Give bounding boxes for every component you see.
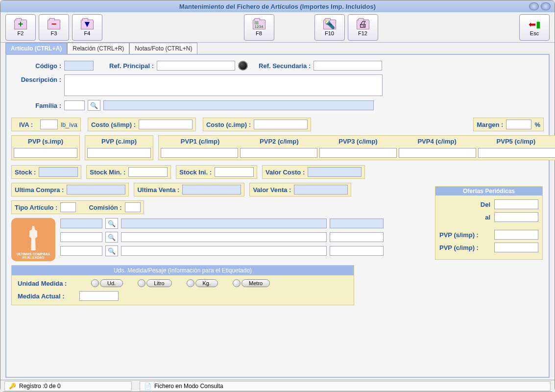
pvp5-input[interactable] [478, 148, 555, 158]
ref-indicator-dot[interactable] [238, 61, 248, 71]
tab-articulo[interactable]: Artículo (CTRL+A) [5, 43, 67, 54]
ofertas-al-input[interactable] [494, 212, 538, 222]
compra-row2-lookup[interactable]: 🔍 [105, 232, 118, 243]
compra-row1-val[interactable] [330, 219, 384, 228]
comision-label: Comisión : [89, 204, 121, 211]
f2-label: F2 [18, 30, 24, 36]
tab-relacion[interactable]: Relación (CTRL+R) [67, 43, 129, 54]
stock-min-group: Stock Min. : [86, 165, 171, 179]
compra-row3-val[interactable] [330, 246, 384, 256]
flashlight-icon: 🔦 [323, 19, 337, 30]
radio-metro[interactable]: Metro [233, 279, 270, 287]
radio-icon [187, 279, 194, 287]
radio-icon [233, 279, 241, 287]
margen-input[interactable] [506, 120, 531, 129]
f3-label: F3 [51, 30, 57, 36]
valor-costo-input[interactable] [308, 167, 362, 177]
pvp3-input[interactable] [319, 148, 397, 158]
descripcion-input[interactable] [64, 74, 383, 96]
radio-kg[interactable]: Kg. [187, 279, 218, 287]
ultima-venta-input[interactable] [182, 185, 241, 195]
compra-row1-desc[interactable] [121, 219, 327, 228]
ofertas-pvp-simp-input[interactable] [494, 230, 538, 240]
ref-principal-input[interactable] [157, 61, 235, 71]
compra-row2-code[interactable] [60, 232, 102, 242]
ref-secundaria-label: Ref. Secundaria : [259, 62, 311, 70]
costo-simp-input[interactable] [139, 120, 193, 129]
iva-input[interactable] [40, 120, 58, 129]
window-title: Mantenimiento del Fichero de Artículos (… [179, 3, 376, 10]
compra-row1-lookup[interactable]: 🔍 [105, 218, 118, 229]
medida-actual-label: Medida Actual : [18, 293, 76, 300]
valor-venta-label: Valor Venta : [253, 186, 291, 194]
costo-simp-group: Costo (s/imp) : [88, 118, 196, 131]
stock-min-input[interactable] [128, 167, 168, 177]
valor-costo-group: Valor Costo : [262, 165, 365, 179]
titlebar: Mantenimiento del Fichero de Artículos (… [0, 0, 555, 12]
iva-unit: lb_iva [61, 121, 77, 128]
ofertas-pvp-cimp-input[interactable] [494, 243, 538, 252]
ofertas-del-label: Del [481, 201, 490, 208]
stock-group: Stock : [11, 165, 81, 179]
comision-input[interactable] [125, 202, 141, 212]
compra-row3-lookup[interactable]: 🔍 [105, 245, 118, 256]
ref-secundaria-input[interactable] [314, 61, 382, 71]
ultima-compra-label: Ultima Compra : [15, 186, 64, 194]
ultima-venta-label: Ultima Venta : [137, 186, 179, 194]
window-control-1[interactable] [529, 2, 539, 10]
pvp-simp-input[interactable] [14, 148, 77, 158]
pvp1-input[interactable] [161, 148, 238, 158]
costo-cimp-input[interactable] [254, 120, 308, 129]
compra-row3-code[interactable] [60, 246, 102, 256]
f2-button[interactable]: + F2 [5, 14, 36, 41]
medida-title: Uds. Medida/Pesaje (Información para el … [12, 266, 354, 275]
search-icon: 🔍 [108, 247, 116, 255]
pvp4-input[interactable] [399, 148, 476, 158]
pvp2-input[interactable] [240, 148, 317, 158]
medida-actual-input[interactable] [79, 291, 119, 301]
search-icon: 🔍 [90, 102, 98, 109]
ofertas-del-input[interactable] [494, 199, 538, 209]
tipo-comision-group: Tipo Artículo : Comisión : [11, 200, 144, 214]
tipo-articulo-input[interactable] [60, 202, 76, 212]
stock-min-label: Stock Min. : [90, 169, 125, 176]
familia-code-input[interactable] [64, 100, 85, 110]
familia-desc-input[interactable] [103, 100, 374, 110]
stock-input[interactable] [39, 167, 78, 177]
stock-ini-input[interactable] [215, 167, 254, 177]
compra-row2-val[interactable] [330, 232, 384, 242]
f4-label: F4 [84, 30, 91, 36]
ultima-compra-input[interactable] [67, 185, 125, 195]
ultimas-compras-badge[interactable]: ULTIMAS COMPRAS REALIZADAS [11, 218, 55, 261]
margen-group: Margen : % [473, 118, 544, 131]
pvp1-label: PVP1 (c/imp) [181, 138, 219, 145]
compra-row2-desc[interactable] [121, 232, 327, 242]
f3-button[interactable]: − F3 [39, 14, 69, 41]
stock-ini-group: Stock Ini. : [176, 165, 257, 179]
valor-venta-input[interactable] [294, 185, 348, 195]
f10-button[interactable]: 🔦 F10 [314, 14, 345, 41]
medida-panel: Uds. Medida/Pesaje (Información para el … [11, 265, 354, 305]
f12-button[interactable]: 🖨 F12 [348, 14, 378, 41]
compra-row3-desc[interactable] [121, 246, 327, 256]
f4-button[interactable]: ▼ F4 [72, 14, 102, 41]
form-area: Código : Ref. Principal : Ref. Secundari… [5, 54, 550, 378]
tab-notas[interactable]: Notas/Foto (CTRL+N) [129, 43, 197, 54]
margen-label: Margen : [477, 121, 503, 128]
ofertas-title: Ofertas Periódicas [435, 187, 542, 196]
status-modo: 📄 Fichero en Modo Consulta [140, 381, 551, 391]
compra-row1-code[interactable] [60, 219, 102, 228]
esc-button[interactable]: ⬅▮ Esc [519, 14, 550, 41]
codigo-label: Código : [11, 62, 61, 70]
radio-icon [91, 279, 99, 287]
f8-button[interactable]: ||||1234 F8 [244, 14, 274, 41]
pvp-cimp-input[interactable] [87, 148, 151, 158]
window-control-2[interactable] [541, 2, 551, 10]
toolbar: + F2 − F3 ▼ F4 ||||1234 F8 🔦 F10 🖨 F12 [0, 12, 555, 43]
codigo-input[interactable] [64, 61, 94, 71]
descripcion-label: Descripción : [11, 74, 61, 83]
radio-litro[interactable]: Litro [138, 279, 171, 287]
familia-lookup-button[interactable]: 🔍 [88, 100, 100, 111]
ofertas-al-label: al [485, 214, 490, 221]
radio-ud[interactable]: Ud. [91, 279, 123, 287]
